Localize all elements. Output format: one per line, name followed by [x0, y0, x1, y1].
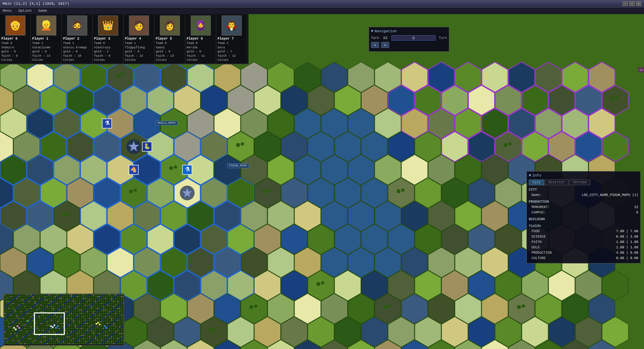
- info-tabs: City District Terrain: [529, 180, 638, 185]
- player-avatar-3: 👑: [98, 15, 118, 36]
- player-info-1: Player 1 Team 1 Cataclysme gold : 0 fait…: [32, 37, 60, 62]
- menu-item-menu[interactable]: Menu: [1, 8, 13, 13]
- player-avatar-6: 🧕: [191, 15, 211, 36]
- player-faith-3: faith : 0: [94, 54, 122, 58]
- player-team-3: Team 0: [94, 41, 122, 46]
- yield-label-3: GOLD: [532, 245, 540, 250]
- player-cities-3: Cities: [94, 58, 122, 62]
- player-label-7: Player 7: [218, 37, 245, 41]
- nav-controls-row: < >: [371, 42, 447, 48]
- yield-label-2: FAITH: [532, 240, 542, 245]
- yield-row-gold: GOLD1.00 | 1.00: [529, 245, 638, 250]
- turn-end-label: Turn: [439, 36, 447, 40]
- player-cities-5: Cities: [156, 58, 184, 62]
- current-turn-value: 22: [383, 36, 387, 40]
- player-gold-2: gold : 0: [63, 50, 91, 54]
- tab-city[interactable]: City: [529, 180, 544, 185]
- info-content: CITY Name: LOC_CITY_NAME_PIKUN_MAPU (1) …: [529, 187, 638, 261]
- player-info-3: Player 3 Team 0 AlexCrazy gold : 2 faith…: [94, 37, 122, 62]
- player-cities-1: Cities: [32, 58, 60, 62]
- player-label-3: Player 3: [94, 37, 122, 41]
- campus-value: 0: [636, 210, 638, 215]
- player-avatar-7: 🧛: [222, 15, 242, 36]
- player-team-7: Team 1: [218, 41, 245, 46]
- yield-value-0: 7.00 | 7.00: [616, 229, 638, 234]
- player-card-7[interactable]: 🧛 Player 7 Team 1 Gara gold : 7 faith : …: [216, 14, 247, 64]
- player-avatar-5: 👩: [160, 15, 180, 36]
- player-gold-0: gold : 0: [1, 50, 29, 54]
- menu-item-game[interactable]: Game: [37, 8, 48, 13]
- player-faith-0: faith : 0: [1, 54, 29, 58]
- yields-section-title: Yields: [529, 223, 638, 229]
- avatar-icon-6: 🧕: [195, 20, 206, 31]
- avatar-icon-3: 👑: [102, 20, 114, 31]
- player-cities-7: Cities: [218, 58, 245, 62]
- player-faith-1: faith : 13: [32, 54, 60, 58]
- player-card-5[interactable]: 👩 Player 5 Team 0 Apeul gold : 0 faith :…: [154, 14, 185, 64]
- minimap-canvas: [4, 294, 124, 346]
- player-gold-6: gold : 0: [187, 50, 215, 54]
- player-name-5: Apeul: [156, 46, 184, 50]
- player-info-6: Player 6 Team 0 Keride gold : 0 faith : …: [187, 37, 215, 62]
- tab-terrain[interactable]: Terrain: [569, 180, 591, 185]
- window-controls[interactable]: ─ □ ✕: [623, 1, 641, 6]
- tab-district[interactable]: District: [545, 180, 568, 185]
- player-label-1: Player 1: [32, 37, 60, 41]
- production-section-title: PRODUCTION: [529, 199, 638, 205]
- campus-row: CAMPUS: 0: [529, 210, 638, 215]
- player-info-5: Player 5 Team 0 Apeul gold : 0 faith : 1…: [156, 37, 184, 62]
- player-avatar-1: 👱: [36, 15, 56, 36]
- player-cities-0: Cities: [1, 58, 29, 62]
- player-card-3[interactable]: 👑 Player 3 Team 0 AlexCrazy gold : 2 fai…: [93, 14, 124, 64]
- nav-collapse-icon[interactable]: ▼: [371, 29, 373, 33]
- player-name-4: floppyflong: [125, 46, 153, 50]
- yield-label-1: SCIENCE: [532, 234, 546, 240]
- close-button[interactable]: ✕: [636, 1, 641, 6]
- player-faith-5: faith : 13: [156, 54, 184, 58]
- minimize-button[interactable]: ─: [623, 1, 628, 6]
- nav-turn-row: Turn 22 Turn: [371, 35, 447, 41]
- city-section-title: CITY: [529, 187, 638, 193]
- minimap[interactable]: [3, 294, 124, 346]
- city-name-value: LOC_CITY_NAME_PIKUN_MAPU (1): [582, 193, 638, 198]
- yield-value-3: 1.00 | 1.00: [616, 245, 638, 250]
- city-name-label: Name:: [532, 193, 542, 198]
- player-team-5: Team 0: [156, 41, 184, 46]
- turn-input[interactable]: [392, 35, 435, 41]
- monument-label: MONUMENT:: [532, 205, 550, 210]
- player-name-2: alexis.krempp: [63, 46, 91, 50]
- player-card-4[interactable]: 🧑 Player 4 Team 1 floppyflong gold : 0 f…: [124, 14, 154, 64]
- player-team-6: Team 0: [187, 41, 215, 46]
- player-faith-2: faith : 10: [63, 54, 91, 58]
- monument-value: 22: [634, 205, 638, 210]
- yield-row-faith: FAITH1.00 | 1.00: [529, 240, 638, 245]
- player-card-1[interactable]: 👱 Player 1 Team 1 Cataclysme gold : 0 fa…: [31, 14, 62, 64]
- yield-row-food: FOOD7.00 | 7.00: [529, 229, 638, 234]
- maximize-button[interactable]: □: [629, 1, 635, 6]
- player-faith-7: faith : 12: [218, 54, 245, 58]
- avatar-icon-4: 🧑: [133, 20, 145, 31]
- info-collapse-icon[interactable]: ▼: [529, 173, 531, 178]
- player-card-2[interactable]: 🧔 Player 2 Team 1 alexis.krempp gold : 0…: [62, 14, 93, 64]
- city-name-row: Name: LOC_CITY_NAME_PIKUN_MAPU (1): [529, 193, 638, 198]
- player-info-7: Player 7 Team 1 Gara gold : 7 faith : 12…: [218, 37, 245, 62]
- yield-value-1: 0.00 | 2.00: [616, 234, 638, 240]
- next-turn-button[interactable]: >: [381, 42, 389, 48]
- player-card-6[interactable]: 🧕 Player 6 Team 0 Keride gold : 0 faith …: [185, 14, 216, 64]
- player-avatar-0: 👴: [5, 15, 26, 36]
- player-card-0[interactable]: 👴 Player 0 Team 0 Vodairo gold : 0 faith…: [0, 14, 31, 64]
- yield-label-5: CULTURE: [532, 256, 546, 261]
- yield-row-science: SCIENCE0.00 | 2.00: [529, 234, 638, 240]
- yield-row-culture: CULTURE0.00 | 0.00: [529, 256, 638, 261]
- player-info-2: Player 2 Team 1 alexis.krempp gold : 0 f…: [63, 37, 91, 62]
- monument-row: MONUMENT: 22: [529, 205, 638, 210]
- building-section-title: BUILDING: [529, 217, 638, 222]
- player-label-0: Player 0: [1, 37, 29, 41]
- player-faith-6: faith : 11: [187, 54, 215, 58]
- menu-item-option[interactable]: Option: [17, 8, 33, 13]
- player-info-0: Player 0 Team 0 Vodairo gold : 0 faith :…: [1, 37, 29, 62]
- player-gold-1: gold : 0: [32, 50, 60, 54]
- prev-turn-button[interactable]: <: [371, 42, 379, 48]
- yield-label-4: PRODUCTION: [532, 250, 552, 256]
- player-gold-7: gold : 7: [218, 50, 245, 54]
